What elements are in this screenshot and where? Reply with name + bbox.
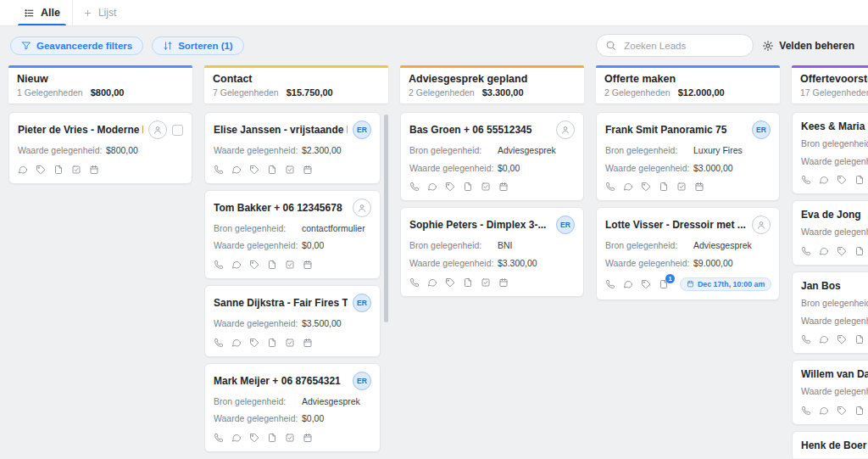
lead-card[interactable]: Tom Bakker + 06 12345678Bron gelegenheid…: [204, 190, 381, 279]
check-icon[interactable]: [285, 260, 295, 270]
tag-icon[interactable]: [249, 260, 259, 270]
lead-card[interactable]: Elise Janssen - vrijstaande k...ERWaarde…: [204, 112, 381, 184]
document-icon[interactable]: [659, 182, 669, 192]
calendar-icon[interactable]: [303, 433, 313, 443]
field-label: Waarde gelegenheid:: [605, 258, 693, 270]
document-icon[interactable]: [53, 165, 64, 175]
tag-icon[interactable]: [641, 182, 651, 192]
chat-icon[interactable]: [427, 182, 437, 192]
calendar-icon[interactable]: [303, 165, 313, 175]
tag-icon[interactable]: [641, 279, 651, 289]
lead-card[interactable]: Mark Meijer + 06 87654321ERBron gelegenh…: [204, 363, 381, 452]
document-icon[interactable]: [267, 433, 277, 443]
calendar-icon[interactable]: [694, 182, 704, 192]
document-icon[interactable]: 1: [659, 279, 669, 289]
document-icon[interactable]: [854, 406, 865, 416]
tag-icon[interactable]: [837, 246, 847, 256]
add-list-button[interactable]: Lijst: [72, 0, 126, 25]
scheduled-activity-label: Dec 17th, 10:00 am: [698, 280, 765, 288]
lead-card[interactable]: Frank Smit Panoramic 75ERBron gelegenhei…: [596, 112, 780, 201]
tab-alle[interactable]: Alle: [14, 0, 70, 25]
phone-icon[interactable]: [801, 246, 811, 256]
advanced-filters-button[interactable]: Geavanceerde filters: [10, 36, 143, 55]
lead-card[interactable]: Jan BosBron gelegenheid:Waarde gelegenhe…: [792, 271, 868, 354]
tag-icon[interactable]: [249, 433, 259, 443]
check-icon[interactable]: [676, 182, 687, 192]
sort-button[interactable]: Sorteren (1): [152, 36, 244, 55]
lead-card[interactable]: Pieter de Vries - Moderne Hout...Waarde …: [8, 112, 192, 184]
chat-icon[interactable]: [819, 406, 829, 416]
phone-icon[interactable]: [801, 334, 811, 344]
chat-icon[interactable]: [623, 279, 633, 289]
manage-fields-button[interactable]: Velden beheren: [762, 40, 854, 52]
calendar-icon[interactable]: [89, 165, 99, 175]
tag-icon[interactable]: [249, 338, 259, 348]
check-icon[interactable]: [481, 182, 491, 192]
chat-icon[interactable]: [819, 334, 829, 344]
document-icon[interactable]: [463, 277, 473, 288]
search-input[interactable]: [622, 40, 744, 52]
chat-icon[interactable]: [427, 277, 437, 288]
tag-icon[interactable]: [36, 165, 46, 175]
scheduled-activity-chip[interactable]: Dec 17th, 10:00 am: [680, 277, 771, 291]
check-icon[interactable]: [285, 338, 295, 348]
chat-icon[interactable]: [231, 433, 242, 443]
lead-card[interactable]: Kees & MariaBron gelegenheid:Waarde gele…: [792, 112, 868, 194]
calendar-icon[interactable]: [303, 338, 313, 348]
card-select-checkbox[interactable]: [172, 125, 183, 136]
chat-icon[interactable]: [819, 175, 829, 185]
chat-icon[interactable]: [231, 165, 242, 175]
column-title: Adviesgesprek gepland: [409, 73, 576, 85]
document-icon[interactable]: [267, 165, 277, 175]
phone-icon[interactable]: [214, 338, 224, 348]
check-icon[interactable]: [285, 165, 295, 175]
chat-icon[interactable]: [18, 165, 28, 175]
tag-icon[interactable]: [837, 175, 847, 185]
document-icon[interactable]: [854, 246, 865, 256]
lead-card[interactable]: Lotte Visser - Dressoir met ...Bron gele…: [596, 207, 780, 299]
phone-icon[interactable]: [801, 175, 811, 185]
lead-card[interactable]: Sophie Peters - Dimplex 3-...ERBron gele…: [400, 207, 584, 296]
document-icon[interactable]: [267, 338, 277, 348]
lead-card[interactable]: Henk de Boer: [792, 431, 868, 458]
phone-icon[interactable]: [409, 182, 420, 192]
phone-icon[interactable]: [605, 279, 615, 289]
lead-card[interactable]: Willem van DamWaarde gelegenheid:: [792, 360, 868, 425]
document-icon[interactable]: [854, 175, 865, 185]
tag-icon[interactable]: [837, 334, 847, 344]
document-icon[interactable]: [267, 260, 277, 270]
tag-icon[interactable]: [445, 182, 455, 192]
tag-icon[interactable]: [837, 406, 847, 416]
card-title: Tom Bakker + 06 12345678: [214, 202, 348, 214]
tag-icon[interactable]: [445, 277, 455, 288]
tag-icon[interactable]: [249, 165, 259, 175]
phone-icon[interactable]: [214, 433, 224, 443]
document-icon[interactable]: [854, 334, 865, 344]
document-icon[interactable]: [463, 182, 473, 192]
check-icon[interactable]: [481, 277, 491, 288]
user-avatar: ER: [353, 294, 371, 312]
calendar-icon[interactable]: [498, 277, 509, 288]
phone-icon[interactable]: [214, 165, 224, 175]
check-icon[interactable]: [71, 165, 81, 175]
card-title-row: Jan Bos: [801, 280, 868, 292]
source-field: Bron gelegenheid:Adviesgesprek: [605, 240, 771, 252]
chat-icon[interactable]: [231, 260, 242, 270]
search-box[interactable]: [596, 34, 754, 57]
chat-icon[interactable]: [819, 246, 829, 256]
column-scrollbar[interactable]: [384, 115, 388, 322]
phone-icon[interactable]: [605, 182, 615, 192]
check-icon[interactable]: [285, 433, 295, 443]
column-stats: 2 Gelegenheden$3.300,00: [409, 87, 576, 98]
chat-icon[interactable]: [623, 182, 633, 192]
lead-card[interactable]: Eva de JongWaarde gelegenheid:: [792, 200, 868, 266]
calendar-icon[interactable]: [498, 182, 509, 192]
phone-icon[interactable]: [801, 406, 811, 416]
calendar-icon[interactable]: [303, 260, 313, 270]
card-title-row: Pieter de Vries - Moderne Hout...: [18, 120, 183, 139]
chat-icon[interactable]: [231, 338, 242, 348]
phone-icon[interactable]: [409, 277, 420, 288]
phone-icon[interactable]: [214, 260, 224, 270]
lead-card[interactable]: Sanne Dijkstra - Fair Fires T...ERWaarde…: [204, 285, 381, 357]
lead-card[interactable]: Bas Groen + 06 55512345Bron gelegenheid:…: [400, 112, 584, 201]
